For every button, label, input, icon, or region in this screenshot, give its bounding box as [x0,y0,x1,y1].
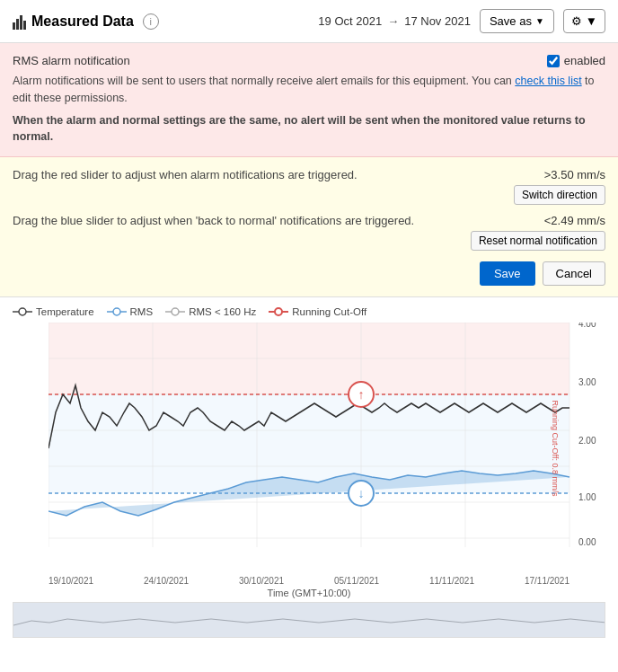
red-slider-row: Drag the red slider to adjust when alarm… [13,168,605,205]
cancel-button[interactable]: Cancel [543,261,605,286]
legend-running-cutoff: Running Cut-Off [269,306,366,317]
svg-text:↑: ↑ [358,387,365,402]
save-as-button[interactable]: Save as ▼ [480,9,554,33]
reset-normal-button[interactable]: Reset normal notification [471,231,605,251]
blue-slider-text: Drag the blue slider to adjust when 'bac… [13,214,414,227]
actions-row: Save Cancel [13,261,605,286]
svg-text:3.00: 3.00 [578,377,596,387]
right-axis-label-cutoff: Running Cut-Off: 0.8 mm/s [552,401,561,497]
main-chart: ↑ ↓ 45°C 40°C 35°C 30°C 25°C 20°C 15°C 4… [49,323,618,574]
enabled-toggle: enabled [547,54,605,67]
legend-running-cutoff-icon [269,306,288,317]
chart-minimap[interactable] [13,602,605,638]
red-slider-value: >3.50 mm/s [514,168,605,181]
svg-point-3 [113,308,120,315]
info-icon[interactable]: i [143,13,159,30]
legend-temperature: Temperature [13,306,94,317]
svg-point-1 [19,308,26,315]
red-slider-right: >3.50 mm/s Switch direction [514,168,605,205]
chevron-down-icon: ▼ [535,16,544,26]
save-button[interactable]: Save [480,261,535,286]
svg-point-7 [275,308,282,315]
bar-chart-icon [13,13,26,30]
chart-legend: Temperature RMS RMS < 160 Hz Running Cut… [13,306,605,317]
svg-text:↓: ↓ [358,486,365,500]
arrow-icon: → [387,14,399,28]
alarm-header: RMS alarm notification enabled [13,54,605,67]
alarm-warning: When the alarm and normal settings are t… [13,112,605,146]
enabled-checkbox[interactable] [547,55,560,67]
minimap-thumb[interactable] [13,603,605,637]
svg-text:2.00: 2.00 [578,436,596,446]
blue-slider-right: <2.49 mm/s Reset normal notification [471,214,605,251]
svg-text:4.00: 4.00 [578,323,596,329]
settings-button[interactable]: ⚙ ▼ [563,9,605,33]
legend-rms-160hz: RMS < 160 Hz [165,306,256,317]
chart-area: Temperature RMS RMS < 160 Hz Running Cut… [0,297,618,638]
gear-icon: ⚙ [571,14,582,28]
legend-rms: RMS [107,306,154,317]
alarm-panel: RMS alarm notification enabled Alarm not… [0,43,618,157]
legend-rms-icon [107,306,127,317]
svg-text:0.00: 0.00 [578,537,596,547]
svg-text:1.00: 1.00 [578,492,596,502]
chart-wrapper: ↑ ↓ 45°C 40°C 35°C 30°C 25°C 20°C 15°C 4… [13,323,605,574]
chevron-down-icon: ▼ [586,14,597,28]
blue-slider-row: Drag the blue slider to adjust when 'bac… [13,214,605,251]
date-range: 19 Oct 2021 → 17 Nov 2021 [318,14,471,28]
svg-point-5 [172,308,179,315]
x-axis-labels: 19/10/2021 24/10/2021 30/10/2021 05/11/2… [13,574,605,588]
switch-direction-button[interactable]: Switch direction [514,185,605,205]
page-header: Measured Data i 19 Oct 2021 → 17 Nov 202… [0,0,618,43]
legend-temperature-icon [13,306,32,317]
x-axis-title: Time (GMT+10:00) [13,588,605,598]
blue-slider-value: <2.49 mm/s [471,214,605,227]
legend-rms-160hz-icon [165,306,185,317]
alarm-title: RMS alarm notification [13,54,130,67]
page-title: Measured Data [13,13,134,30]
alarm-body: Alarm notifications will be sent to user… [13,73,605,146]
red-slider-text: Drag the red slider to adjust when alarm… [13,168,358,181]
slider-panel: Drag the red slider to adjust when alarm… [0,157,618,297]
check-list-link[interactable]: check this list [515,75,581,87]
